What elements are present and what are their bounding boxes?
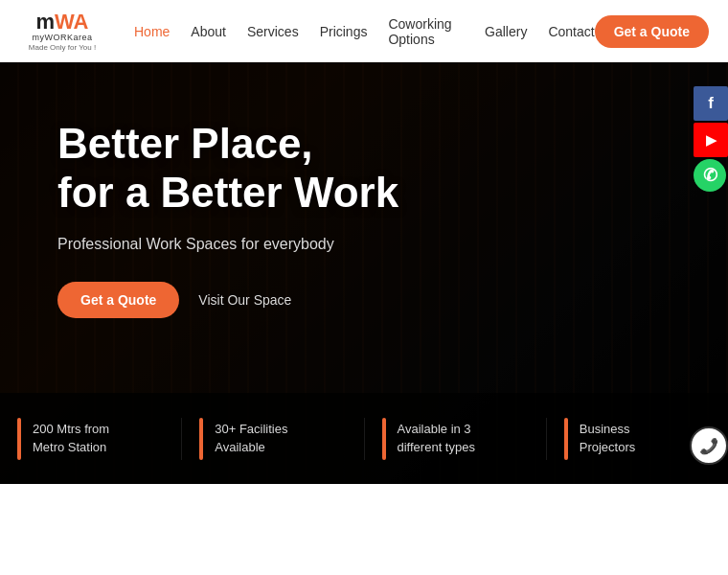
logo-letter-m: m — [35, 10, 55, 34]
nav-links: Home About Services Pricings Coworking O… — [134, 16, 595, 47]
youtube-button[interactable]: ▶ — [694, 123, 728, 157]
stat-accent-bar — [382, 418, 386, 460]
navbar-quote-button[interactable]: Get a Quote — [595, 15, 709, 48]
stat-accent-bar — [17, 418, 21, 460]
hero-content: Better Place, for a Better Work Professi… — [57, 120, 398, 318]
hero-subtitle: Professional Work Spaces for everybody — [57, 236, 398, 253]
youtube-icon: ▶ — [706, 132, 717, 148]
stat-projectors-text: BusinessProjectors — [580, 421, 636, 455]
nav-contact[interactable]: Contact — [548, 24, 594, 39]
whatsapp-icon: ✆ — [703, 165, 717, 186]
hero-visit-button[interactable]: Visit Our Space — [198, 292, 291, 308]
whatsapp-button[interactable]: ✆ — [694, 159, 726, 192]
nav-home[interactable]: Home — [134, 24, 170, 39]
facebook-button[interactable]: f — [694, 86, 728, 121]
logo-tagline: Made Only for You ! — [29, 43, 96, 52]
stat-types-text: Available in 3different types — [398, 421, 475, 455]
nav-about[interactable]: About — [191, 24, 226, 39]
hero-title: Better Place, for a Better Work — [57, 120, 398, 217]
logo-brand: myWORKarea — [32, 33, 92, 42]
stats-bar: 200 Mtrs fromMetro Station 30+ Facilitie… — [0, 393, 728, 484]
stat-facilities-text: 30+ FacilitiesAvailable — [215, 421, 287, 455]
social-sidebar: f ▶ ✆ — [694, 86, 728, 192]
stat-metro: 200 Mtrs fromMetro Station — [0, 418, 182, 460]
nav-gallery[interactable]: Gallery — [485, 24, 527, 39]
hero-quote-button[interactable]: Get a Quote — [57, 282, 179, 318]
logo-letter-w: W — [55, 10, 74, 34]
facebook-icon: f — [708, 94, 714, 113]
logo-wordmark: mWA — [35, 12, 88, 33]
stat-types: Available in 3different types — [365, 418, 547, 460]
stat-accent-bar — [199, 418, 203, 460]
phone-float-button[interactable]: 📞 — [690, 426, 728, 465]
logo-letter-a: A — [74, 10, 89, 34]
hero-section: Better Place, for a Better Work Professi… — [0, 62, 728, 484]
phone-icon: 📞 — [699, 437, 718, 455]
nav-services[interactable]: Services — [247, 24, 299, 39]
stat-facilities: 30+ FacilitiesAvailable — [182, 418, 364, 460]
nav-pricings[interactable]: Pricings — [320, 24, 368, 39]
stat-accent-bar — [564, 418, 568, 460]
logo: mWA myWORKarea Made Only for You ! — [19, 12, 105, 52]
hero-buttons: Get a Quote Visit Our Space — [57, 282, 398, 318]
navbar: mWA myWORKarea Made Only for You ! Home … — [0, 0, 728, 62]
stat-metro-text: 200 Mtrs fromMetro Station — [33, 421, 109, 455]
nav-coworking[interactable]: Coworking Options — [388, 16, 464, 47]
